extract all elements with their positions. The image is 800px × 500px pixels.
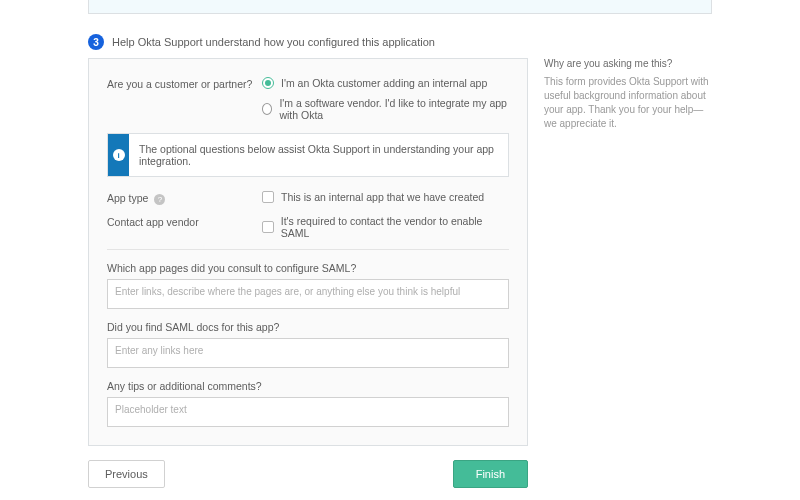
checkbox-internal-app[interactable]: This is an internal app that we have cre… xyxy=(262,191,509,203)
contact-vendor-label: Contact app vendor xyxy=(107,215,262,239)
radio-icon xyxy=(262,103,272,115)
feedback-form-card: Are you a customer or partner? I'm an Ok… xyxy=(88,58,528,446)
section-title: Help Okta Support understand how you con… xyxy=(112,36,435,48)
question-pages-label: Which app pages did you consult to confi… xyxy=(107,262,509,274)
checkbox-label: It's required to contact the vendor to e… xyxy=(281,215,509,239)
stepper-bar xyxy=(88,0,712,14)
checkbox-contact-vendor[interactable]: It's required to contact the vendor to e… xyxy=(262,215,509,239)
checkbox-icon xyxy=(262,191,274,203)
radio-label: I'm a software vendor. I'd like to integ… xyxy=(279,97,509,121)
step-number-badge: 3 xyxy=(88,34,104,50)
aside-body: This form provides Okta Support with use… xyxy=(544,75,712,131)
footer-actions: Previous Finish xyxy=(88,460,528,488)
question-tips-label: Any tips or additional comments? xyxy=(107,380,509,392)
radio-label: I'm an Okta customer adding an internal … xyxy=(281,77,487,89)
app-type-label: App type ? xyxy=(107,191,262,205)
aside-title: Why are you asking me this? xyxy=(544,58,712,69)
radio-option-vendor[interactable]: I'm a software vendor. I'd like to integ… xyxy=(262,97,509,121)
previous-button[interactable]: Previous xyxy=(88,460,165,488)
customer-partner-label: Are you a customer or partner? xyxy=(107,77,262,121)
checkbox-icon xyxy=(262,221,274,233)
info-banner: i The optional questions below assist Ok… xyxy=(107,133,509,177)
tips-textarea[interactable] xyxy=(107,397,509,427)
finish-button[interactable]: Finish xyxy=(453,460,528,488)
question-docs-label: Did you find SAML docs for this app? xyxy=(107,321,509,333)
info-icon: i xyxy=(108,134,129,176)
checkbox-label: This is an internal app that we have cre… xyxy=(281,191,484,203)
divider xyxy=(107,249,509,250)
section-header: 3 Help Okta Support understand how you c… xyxy=(88,34,712,50)
radio-option-customer[interactable]: I'm an Okta customer adding an internal … xyxy=(262,77,509,89)
pages-textarea[interactable] xyxy=(107,279,509,309)
info-banner-text: The optional questions below assist Okta… xyxy=(129,134,508,176)
help-icon[interactable]: ? xyxy=(154,194,165,205)
help-aside: Why are you asking me this? This form pr… xyxy=(544,58,712,131)
docs-textarea[interactable] xyxy=(107,338,509,368)
radio-icon xyxy=(262,77,274,89)
